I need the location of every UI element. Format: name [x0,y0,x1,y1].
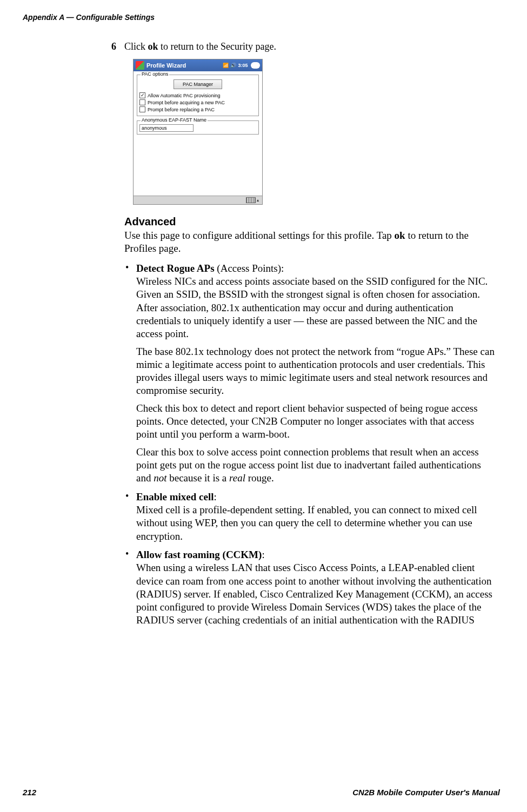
signal-icon: 📶 [223,63,229,68]
bullet-fast-roaming: Allow fast roaming (CCKM): When using a … [124,548,495,627]
prompt-replace-checkbox[interactable] [139,106,145,112]
dialog-body: PAC options PAC Manager ✓ Allow Automati… [134,71,262,196]
detect-rogue-p4-not: not [154,472,166,484]
step-6: 6 Click ok to return to the Security pag… [124,41,495,52]
anonymous-name-input[interactable]: anonymous [139,124,194,132]
page-number: 212 [23,788,36,797]
advanced-bullets: Detect Rogue APs (Access Points): Wirele… [124,262,495,627]
system-tray: 📶 🔊 3:05 ok [223,62,260,69]
step-bold-ok: ok [148,41,158,52]
prompt-acquire-row[interactable]: Prompt before acquiring a new PAC [139,99,256,105]
mixed-cell-p1: Mixed cell is a profile-dependent settin… [136,504,477,542]
prompt-acquire-label: Prompt before acquiring a new PAC [148,100,225,105]
step-number: 6 [111,41,116,52]
allow-auto-pac-label: Allow Automatic PAC provisioning [148,93,220,98]
advanced-intro-ok: ok [395,230,405,241]
prompt-replace-row[interactable]: Prompt before replacing a PAC [139,106,256,112]
detect-rogue-p3: Check this box to detect and report clie… [136,402,495,441]
mixed-cell-title-suffix: : [214,491,217,502]
detect-rogue-p2: The base 802.1x technology does not prot… [136,345,495,398]
main-content: 6 Click ok to return to the Security pag… [124,41,495,627]
step-suffix: to return to the Security page. [158,41,276,52]
allow-auto-pac-row[interactable]: ✓ Allow Automatic PAC provisioning [139,92,256,98]
step-prefix: Click [124,41,148,52]
fast-roaming-p1: When using a wireless LAN that uses Cisc… [136,562,492,626]
keyboard-arrow-icon[interactable]: ▴ [257,198,259,203]
detect-rogue-p4-real: real [229,472,245,484]
fast-roaming-title: Allow fast roaming (CCKM) [136,549,262,560]
detect-rogue-p4: Clear this box to solve access point con… [136,446,495,485]
bullet-mixed-cell: Enable mixed cell: Mixed cell is a profi… [124,491,495,543]
prompt-acquire-checkbox[interactable] [139,99,145,105]
mixed-cell-title: Enable mixed cell [136,491,214,502]
pac-options-fieldset: PAC options PAC Manager ✓ Allow Automati… [137,75,259,116]
windows-start-icon[interactable] [136,61,144,70]
ok-button[interactable]: ok [251,62,260,69]
bullet-detect-rogue: Detect Rogue APs (Access Points): Wirele… [124,262,495,485]
prompt-replace-label: Prompt before replacing a PAC [148,107,215,112]
fast-roaming-title-suffix: : [262,549,264,560]
pac-options-legend: PAC options [141,71,169,77]
clock: 3:05 [238,63,248,68]
advanced-intro: Use this page to configure additional se… [124,229,495,256]
advanced-intro-pre: Use this page to configure additional se… [124,230,395,241]
detect-rogue-p4-post: rouge. [245,472,274,484]
window-title: Profile Wizard [146,62,186,69]
detect-rogue-p4-mid: because it is a [166,472,229,484]
sip-bar: ▴ [134,196,262,204]
titlebar: Profile Wizard 📶 🔊 3:05 ok [134,59,262,71]
anonymous-name-legend: Anonymous EAP-FAST Name [141,117,208,123]
running-header: Appendix A — Configurable Settings [0,0,527,22]
step-text: Click ok to return to the Security page. [124,41,276,52]
anonymous-name-fieldset: Anonymous EAP-FAST Name anonymous [137,120,259,135]
profile-wizard-screenshot: Profile Wizard 📶 🔊 3:05 ok PAC options P… [133,59,263,205]
manual-title: CN2B Mobile Computer User's Manual [352,788,500,797]
detect-rogue-p1: Wireless NICs and access points associat… [136,276,488,339]
page-footer: 212 CN2B Mobile Computer User's Manual [23,788,500,797]
detect-rogue-title: Detect Rogue APs [136,263,215,274]
speaker-icon: 🔊 [230,63,236,68]
pac-manager-button[interactable]: PAC Manager [174,79,222,89]
detect-rogue-title-suffix: (Access Points): [215,263,284,274]
allow-auto-pac-checkbox[interactable]: ✓ [139,92,145,98]
advanced-heading: Advanced [124,216,495,228]
keyboard-icon[interactable] [246,197,256,203]
